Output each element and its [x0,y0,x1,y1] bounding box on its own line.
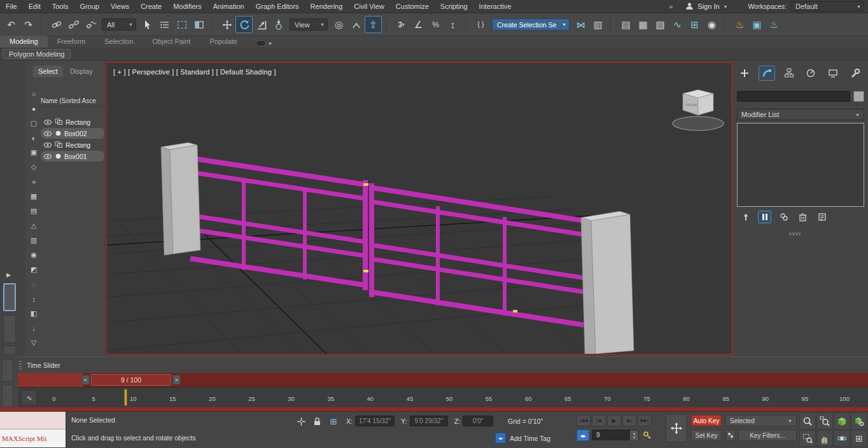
ribbon-tab-object-paint[interactable]: Object Paint [143,36,200,48]
ribbon-tab-populate[interactable]: Populate [200,36,246,48]
ribbon-toggle-icon[interactable]: ▧ [652,16,669,33]
explorer-row-box002[interactable]: Box002 [41,128,104,139]
polygon-modeling-panel[interactable]: Polygon Modeling [3,49,71,59]
select-filter-icon[interactable]: ○ [28,88,39,99]
dock-flyout-arrow[interactable]: ▶ [6,272,11,278]
display-shapes-icon[interactable]: ▢ [28,118,39,129]
object-color-swatch[interactable] [853,91,864,102]
display-frozen-icon[interactable]: ◩ [28,264,39,275]
display-bones-icon[interactable]: △ [28,220,39,231]
utilities-tab-icon[interactable] [847,66,864,81]
display-containers-icon[interactable]: ▥ [28,235,39,246]
remove-modifier-icon[interactable] [796,211,809,223]
left-pillar[interactable] [161,143,200,255]
display-hidden-icon[interactable]: ◌ [28,279,39,290]
undo-icon[interactable]: ↶ [3,16,20,33]
zoom-all-icon[interactable] [816,413,833,430]
z-value-field[interactable]: 0'0" [463,416,493,426]
next-frame-step-button[interactable]: ▶| [622,415,636,426]
frame-spinner[interactable]: ▲▼ [630,430,638,440]
menu-overflow-icon[interactable]: » [669,3,673,10]
key-mode-toggle-button[interactable] [666,414,687,442]
snap-3d-icon[interactable]: 3▾ [393,16,410,33]
listener-line[interactable]: MAXScript Mii [0,430,66,447]
modify-tab-icon[interactable] [759,66,775,81]
mirror-icon[interactable]: ⋈ [572,16,589,33]
previous-frame-step-button[interactable]: |◀ [592,415,606,426]
ribbon-tab-modeling[interactable]: Modeling [0,36,48,48]
add-time-tag-label[interactable]: Add Time Tag [510,435,550,442]
select-manipulate-icon[interactable] [347,16,365,33]
eye-icon[interactable] [43,130,52,137]
set-key-button[interactable]: Set Key [691,430,722,441]
viewport-layout-tab-active[interactable] [3,283,16,311]
menu-tools[interactable]: Tools [46,0,74,13]
select-place-icon[interactable] [270,16,287,33]
macro-recorder-line[interactable] [0,412,66,430]
set-keys-icon[interactable] [641,430,653,441]
perspective-viewport[interactable]: Home [ + ] [ Perspective ] [ Standard ] … [106,62,732,355]
menu-scripting[interactable]: Scripting [435,0,473,13]
display-groups-icon[interactable]: ▦ [28,191,39,202]
zoom-region-icon[interactable] [799,430,816,447]
edit-named-selections-icon[interactable]: { } [472,16,489,33]
display-spacewarps-icon[interactable]: ≈ [28,176,39,187]
object-name-field[interactable] [737,91,850,102]
pin-stack-icon[interactable] [739,211,752,223]
selection-region-icon[interactable] [173,16,190,33]
modifier-stack-list[interactable] [737,123,864,207]
configure-modifier-sets-icon[interactable] [815,211,829,223]
time-slider-track[interactable]: < 9 / 100 > [18,373,868,387]
maximize-viewport-icon[interactable]: ⊞ [851,430,867,447]
select-link-icon[interactable] [48,16,65,33]
time-slider-handle[interactable]: 9 / 100 [91,374,171,386]
rollout-grip[interactable]: ∨∨∨∨ [788,231,801,237]
menu-create[interactable]: Create [135,0,167,13]
render-production-icon[interactable]: ♨ [766,16,783,33]
frame-step-toggle-icon[interactable]: ◀▶ [577,430,589,441]
explorer-tab-display[interactable]: Display [65,66,98,77]
key-filters-button[interactable]: Key Filters... [738,430,797,441]
lock-selection-icon[interactable] [311,416,323,427]
right-pillar[interactable] [581,211,634,354]
absolute-offset-toggle-icon[interactable]: ⊞ [327,416,340,427]
menu-modifiers[interactable]: Modifiers [167,0,207,13]
menu-animation[interactable]: Animation [207,0,250,13]
add-time-tag-icon[interactable]: ◂▸ [495,433,506,444]
named-selection-dropdown[interactable]: Create Selection Se▼ [492,18,570,31]
layer-explorer-toggle-icon[interactable]: ▦ [634,16,652,33]
use-pivot-center-icon[interactable]: ◎ [330,16,347,33]
create-tab-icon[interactable] [736,66,753,81]
orbit-icon[interactable] [834,430,850,447]
spinner-snap-icon[interactable]: ↕ [444,16,461,33]
menu-civil-view[interactable]: Civil View [348,0,389,13]
select-scale-icon[interactable] [253,16,270,33]
schematic-view-icon[interactable]: ⊞ [686,16,703,33]
menu-interactive[interactable]: Interactive [473,0,517,13]
motion-tab-icon[interactable] [802,66,819,81]
selection-filter-dropdown[interactable]: All▼ [102,18,136,31]
maxscript-mini-listener[interactable]: MAXScript Mii [0,412,66,448]
select-object-icon[interactable] [139,16,156,33]
menu-edit[interactable]: Edit [23,0,46,13]
curve-editor-icon[interactable]: ∿ [669,16,686,33]
render-setup-icon[interactable]: ♨ [731,16,748,33]
display-xrefs-icon[interactable]: ▤ [28,206,39,216]
unlink-selection-icon[interactable] [65,16,82,33]
zoom-extents-icon[interactable] [834,413,850,430]
go-to-start-button[interactable]: |◀◀ [577,415,591,426]
dock-chip[interactable] [2,384,13,407]
reference-coordinate-dropdown[interactable]: View▼ [290,18,328,31]
pan-icon[interactable] [816,430,833,447]
angle-snap-icon[interactable]: ∠ [410,16,427,33]
explorer-tab-select[interactable]: Select [33,66,63,77]
zoom-icon[interactable] [799,413,816,430]
sync-selection-icon[interactable]: ↕ [28,293,39,304]
display-helpers-icon[interactable]: ◇ [28,162,39,172]
key-mode-dropdown[interactable]: Selected▼ [725,415,797,426]
make-unique-icon[interactable] [777,211,790,223]
zoom-extents-all-icon[interactable] [851,413,867,430]
show-end-result-icon[interactable] [758,211,771,223]
align-icon[interactable]: ▥ [589,16,606,33]
menu-rendering[interactable]: Rendering [305,0,349,13]
